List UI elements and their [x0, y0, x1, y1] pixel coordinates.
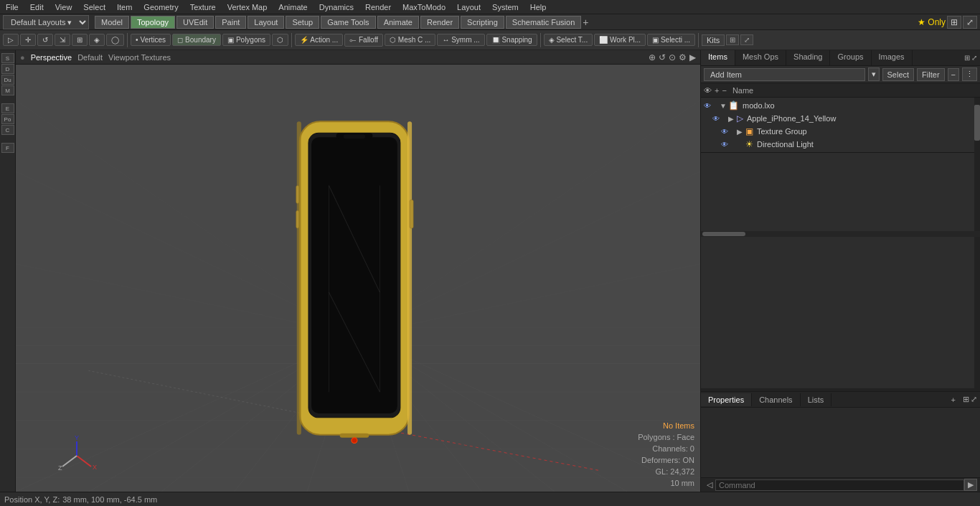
mesh-c-button[interactable]: ⬡ Mesh C ... [385, 34, 435, 46]
add-icon[interactable]: + [715, 86, 719, 95]
tab-groups[interactable]: Groups [830, 50, 871, 65]
tree-item-texture[interactable]: 👁 ▶ ▣ Texture Group [718, 125, 980, 138]
prop-tab-lists[interactable]: Lists [801, 393, 832, 406]
vp-zoom-icon[interactable]: ⊙ [669, 52, 676, 62]
menu-texture[interactable]: Texture [184, 1, 222, 13]
add-mode-button[interactable]: + [583, 17, 588, 28]
select-button[interactable]: Select [882, 68, 915, 81]
command-input[interactable] [715, 479, 964, 491]
prop-tab-properties[interactable]: Properties [701, 393, 752, 406]
tree-item-iphone[interactable]: 👁 ▶ ▷ Apple_iPhone_14_Yellow [710, 112, 980, 125]
prop-plus-button[interactable]: + [947, 395, 960, 404]
menu-maxtoModo[interactable]: MaxToModo [397, 1, 451, 13]
more-options-button[interactable]: ⋮ [962, 67, 977, 81]
layout-dropdown[interactable]: Default Layouts ▾ [3, 15, 89, 29]
move-mode-btn[interactable]: ✛ [20, 34, 36, 46]
edge-btn[interactable]: ⬡ [272, 34, 288, 46]
mode-topology[interactable]: Topology [131, 16, 175, 29]
sidebar-tool-6[interactable]: C [1, 125, 14, 135]
mode-model[interactable]: Model [95, 16, 129, 29]
panel-collapse-icon[interactable]: ⊞ [964, 54, 970, 62]
sidebar-tool-5[interactable]: Po [1, 114, 14, 124]
vp-play-icon[interactable]: ▶ [689, 52, 696, 62]
add-item-button[interactable]: Add Item [704, 68, 865, 81]
mode-setup[interactable]: Setup [286, 16, 319, 29]
cmd-left-arrow[interactable]: ◁ [704, 480, 715, 489]
viewport-perspective[interactable]: Perspective [31, 53, 72, 62]
vp-icon2[interactable]: ⤢ [740, 34, 753, 45]
viewport-textures[interactable]: Viewport Textures [108, 53, 171, 62]
select-t-button[interactable]: ◈ Select T... [544, 34, 593, 46]
eye-icon-iphone[interactable]: 👁 [712, 115, 720, 123]
mode-uvedit[interactable]: UVEdit [176, 16, 214, 29]
vp-rotate-icon[interactable]: ↺ [659, 52, 666, 62]
vp-icon1[interactable]: ⊞ [726, 34, 739, 45]
menu-view[interactable]: View [50, 1, 78, 13]
menu-help[interactable]: Help [524, 1, 552, 13]
tab-items[interactable]: Items [701, 50, 735, 65]
mode-paint[interactable]: Paint [215, 16, 246, 29]
mode-scripting[interactable]: Scripting [461, 16, 504, 29]
sidebar-tool-dup[interactable]: Du [1, 75, 14, 85]
expand-iphone[interactable]: ▶ [728, 115, 735, 123]
sidebar-tool-7[interactable]: F [1, 143, 14, 153]
menu-item[interactable]: Item [111, 1, 138, 13]
sidebar-tool-1[interactable]: S [1, 53, 14, 63]
tab-images[interactable]: Images [872, 50, 913, 65]
symm-button[interactable]: ↔ Symm ... [437, 34, 484, 46]
filter-button[interactable]: Filter [917, 68, 944, 81]
vp-settings-icon[interactable]: ⚙ [679, 52, 687, 62]
minus-button[interactable]: − [948, 68, 959, 81]
menu-dynamics[interactable]: Dynamics [314, 1, 359, 13]
mode-layout[interactable]: Layout [248, 16, 284, 29]
cmd-run-button[interactable]: ▶ [964, 479, 977, 491]
maximize-button[interactable]: ⤢ [963, 16, 977, 29]
selecti-button[interactable]: ▣ Selecti ... [647, 34, 695, 46]
tab-mesh-ops[interactable]: Mesh Ops [735, 50, 786, 65]
sidebar-tool-2[interactable]: D [1, 64, 14, 74]
rotate-mode-btn[interactable]: ↺ [37, 34, 53, 46]
menu-layout[interactable]: Layout [451, 1, 486, 13]
scene-scroll-thumb[interactable] [974, 105, 980, 141]
element-btn[interactable]: ◈ [89, 34, 105, 46]
menu-animate[interactable]: Animate [273, 1, 313, 13]
panel-expand-icon[interactable]: ⤢ [971, 54, 977, 62]
sidebar-tool-4[interactable]: E [1, 103, 14, 113]
mode-render[interactable]: Render [420, 16, 459, 29]
fullscreen-button[interactable]: ⊞ [947, 16, 961, 29]
add-item-dropdown[interactable]: ▾ [868, 67, 880, 81]
menu-edit[interactable]: Edit [24, 1, 50, 13]
mode-animate[interactable]: Animate [377, 16, 419, 29]
menu-vertex-map[interactable]: Vertex Map [222, 1, 273, 13]
menu-system[interactable]: System [486, 1, 524, 13]
minus-icon[interactable]: − [722, 86, 726, 95]
transform-mode-btn[interactable]: ⊞ [72, 34, 88, 46]
expand-modo[interactable]: ▼ [720, 102, 727, 110]
eye-icon-texture[interactable]: 👁 [721, 128, 728, 136]
horizontal-scrollbar[interactable] [702, 232, 745, 236]
eye-icon-light[interactable]: 👁 [721, 141, 728, 149]
smooth-btn[interactable]: ◯ [106, 34, 124, 46]
menu-select[interactable]: Select [77, 1, 111, 13]
prop-tab-channels[interactable]: Channels [752, 393, 800, 406]
mode-game-tools[interactable]: Game Tools [321, 16, 376, 29]
tree-item-modo-lxo[interactable]: 👁 ▼ 📋 modo.lxo [701, 99, 980, 112]
prop-collapse-icon[interactable]: ⊞ [963, 395, 969, 404]
mode-schematic[interactable]: Schematic Fusion [506, 16, 581, 29]
eye-icon-modo[interactable]: 👁 [704, 102, 711, 110]
scale-mode-btn[interactable]: ⇲ [55, 34, 70, 46]
star-only-button[interactable]: ★ Only [918, 17, 946, 27]
falloff-button[interactable]: ⟜ Falloff [344, 34, 383, 47]
select-mode-btn[interactable]: ▷ [3, 34, 19, 46]
menu-geometry[interactable]: Geometry [138, 1, 184, 13]
menu-file[interactable]: File [0, 1, 24, 13]
polygons-button[interactable]: ▣ Polygons [222, 34, 270, 46]
prop-expand-icon[interactable]: ⤢ [971, 395, 977, 404]
tree-item-light[interactable]: 👁 ☀ Directional Light [718, 138, 980, 151]
tab-shading[interactable]: Shading [786, 50, 830, 65]
kits-button[interactable]: Kits [702, 34, 725, 46]
viewport-canvas[interactable]: No Items Polygons : Face Channels: 0 Def… [16, 65, 700, 492]
expand-texture[interactable]: ▶ [737, 128, 744, 136]
work-pl-button[interactable]: ⬜ Work Pl... [594, 34, 646, 46]
vertices-button[interactable]: • Vertices [131, 34, 171, 46]
